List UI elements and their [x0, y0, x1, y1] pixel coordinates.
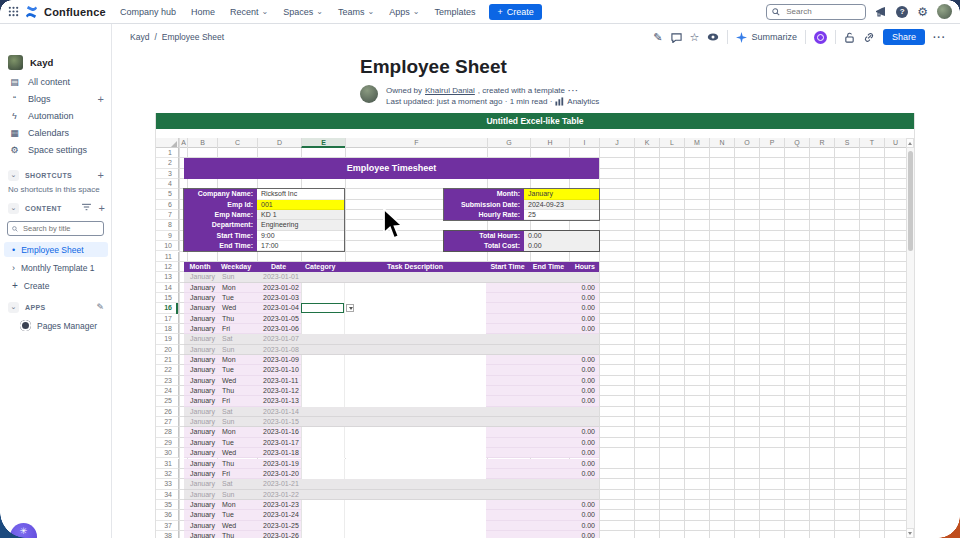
cell-weekday[interactable]: Mon: [222, 283, 236, 293]
edit-apps-icon[interactable]: ✎: [96, 302, 104, 312]
filter-icon[interactable]: [82, 203, 91, 213]
row-header-36[interactable]: 36: [156, 510, 179, 520]
cell-month[interactable]: January: [190, 283, 215, 293]
cell-category-task[interactable]: [301, 365, 486, 375]
cell-hours[interactable]: 0.00: [555, 314, 595, 324]
cell-month[interactable]: January: [190, 479, 215, 489]
cell-date[interactable]: 2023-01-07: [263, 334, 299, 344]
cell-hours[interactable]: 0.00: [555, 283, 595, 293]
cell-hours[interactable]: 0.00: [555, 531, 595, 538]
column-header-L[interactable]: L: [659, 138, 684, 148]
app-switcher-icon[interactable]: [8, 6, 19, 17]
cell-date[interactable]: 2023-01-08: [263, 345, 299, 355]
breadcrumb-space-link[interactable]: Kayd: [130, 32, 149, 42]
cell-month[interactable]: January: [190, 448, 215, 458]
announcements-icon[interactable]: [875, 6, 887, 18]
info-label[interactable]: Department:: [184, 220, 257, 230]
cell-date[interactable]: 2023-01-17: [263, 438, 299, 448]
row-header-30[interactable]: 30: [156, 448, 179, 458]
sidebar-page-employee-sheet[interactable]: •Employee Sheet: [4, 242, 108, 257]
sidebar-item-all-content[interactable]: ▤All content: [0, 73, 112, 90]
row-header-19[interactable]: 19: [156, 334, 179, 344]
cell-weekday[interactable]: Fri: [222, 469, 230, 479]
cell-category-task[interactable]: [301, 293, 486, 303]
row-header-3[interactable]: 3: [156, 169, 179, 179]
total-label[interactable]: Total Hours:: [444, 231, 524, 241]
row-header-25[interactable]: 25: [156, 396, 179, 406]
header-cell-month[interactable]: Month: [184, 262, 216, 272]
cell-category-task[interactable]: [301, 314, 486, 324]
cell-category-task[interactable]: [301, 376, 486, 386]
row-header-16[interactable]: 16: [156, 303, 179, 313]
column-header-A[interactable]: A: [179, 138, 187, 148]
header-cell-date[interactable]: Date: [256, 262, 301, 272]
header-cell-hours[interactable]: Hours: [568, 262, 599, 272]
row-header-22[interactable]: 22: [156, 365, 179, 375]
cell-weekday[interactable]: Tue: [222, 293, 234, 303]
column-header-F[interactable]: F: [345, 138, 487, 148]
info-label[interactable]: End Time:: [184, 241, 257, 251]
edit-icon[interactable]: ✎: [653, 31, 662, 43]
row-header-10[interactable]: 10: [156, 241, 179, 251]
help-icon[interactable]: ?: [896, 6, 908, 18]
cell-category-task[interactable]: [301, 355, 486, 365]
content-search-input[interactable]: [21, 223, 99, 234]
header-cell-weekday[interactable]: Weekday: [216, 262, 256, 272]
content-section-header[interactable]: ⌄ CONTENT +: [0, 201, 112, 215]
cell-hours[interactable]: 0.00: [555, 427, 595, 437]
cell-date[interactable]: 2023-01-12: [263, 386, 299, 396]
cell-weekday[interactable]: Fri: [222, 396, 230, 406]
cell-weekday[interactable]: Mon: [222, 355, 236, 365]
sidebar-app-pages-manager[interactable]: Pages Manager: [0, 318, 112, 333]
cell-hours[interactable]: 0.00: [555, 355, 595, 365]
cell-date[interactable]: 2023-01-06: [263, 324, 299, 334]
cell-month[interactable]: January: [190, 417, 215, 427]
row-header-14[interactable]: 14: [156, 283, 179, 293]
cell-month[interactable]: January: [190, 386, 215, 396]
total-value[interactable]: 0.00: [524, 241, 599, 251]
cell-category-task[interactable]: [301, 521, 486, 531]
row-header-27[interactable]: 27: [156, 417, 179, 427]
cell-category-task[interactable]: [301, 448, 486, 458]
column-header-Q[interactable]: Q: [784, 138, 809, 148]
row-header-18[interactable]: 18: [156, 324, 179, 334]
info-value[interactable]: KD 1: [257, 210, 344, 220]
cell-date[interactable]: 2023-01-18: [263, 448, 299, 458]
share-button[interactable]: Share: [883, 29, 925, 45]
cell-category-task[interactable]: [301, 500, 486, 510]
row-header-13[interactable]: 13: [156, 272, 179, 282]
info-label[interactable]: Company Name:: [184, 189, 257, 199]
owner-link[interactable]: Khairul Danial: [425, 85, 475, 96]
cell-month[interactable]: January: [190, 469, 215, 479]
selected-cell[interactable]: [301, 303, 344, 312]
info-label[interactable]: Emp Id:: [184, 200, 257, 210]
cell-month[interactable]: January: [190, 314, 215, 324]
settings-gear-icon[interactable]: ⚙: [917, 6, 928, 18]
cell-weekday[interactable]: Sat: [222, 479, 233, 489]
info-label[interactable]: Start Time:: [184, 231, 257, 241]
cell-weekday[interactable]: Wed: [222, 448, 236, 458]
info-value[interactable]: 25: [524, 210, 599, 220]
cell-date[interactable]: 2023-01-10: [263, 365, 299, 375]
chevron-down-icon[interactable]: ⌄: [8, 203, 19, 214]
info-value[interactable]: Ricksoft Inc: [257, 189, 344, 199]
row-header-5[interactable]: 5: [156, 189, 179, 199]
row-header-34[interactable]: 34: [156, 490, 179, 500]
row-header-37[interactable]: 37: [156, 521, 179, 531]
timesheet-banner[interactable]: Employee Timesheet: [184, 158, 599, 179]
column-header-O[interactable]: O: [734, 138, 759, 148]
sidebar-page-monthly-template-1[interactable]: ›Monthly Template 1: [0, 260, 112, 275]
row-header-17[interactable]: 17: [156, 314, 179, 324]
row-header-8[interactable]: 8: [156, 220, 179, 230]
cell-date[interactable]: 2023-01-15: [263, 417, 299, 427]
cell-weekday[interactable]: Sun: [222, 345, 234, 355]
cell-hours[interactable]: 0.00: [555, 293, 595, 303]
row-header-7[interactable]: 7: [156, 210, 179, 220]
cell-month[interactable]: January: [190, 531, 215, 538]
unlock-icon[interactable]: [844, 32, 855, 43]
cell-date[interactable]: 2023-01-23: [263, 500, 299, 510]
sidebar-item-calendars[interactable]: ▦Calendars: [0, 124, 112, 141]
star-icon[interactable]: ☆: [690, 31, 700, 43]
cell-category-task[interactable]: [301, 427, 486, 437]
row-header-24[interactable]: 24: [156, 386, 179, 396]
